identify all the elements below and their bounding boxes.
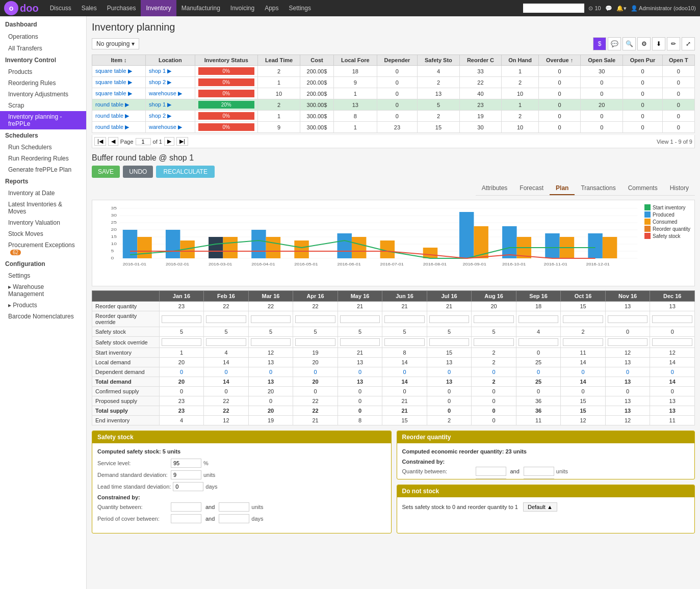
sidebar-item-products-inv[interactable]: Products	[0, 66, 86, 77]
nav-settings[interactable]: Settings	[284, 0, 316, 16]
col-lead[interactable]: Lead Time	[257, 55, 300, 66]
pager-first[interactable]: |◀	[94, 137, 106, 146]
toolbar-edit-btn[interactable]: ✏	[667, 37, 680, 50]
toolbar-search-btn[interactable]: 🔍	[623, 37, 636, 50]
location-cell[interactable]: shop 1 ▶	[146, 99, 195, 111]
location-cell[interactable]: shop 2 ▶	[146, 77, 195, 88]
pg-cell[interactable]	[204, 337, 249, 348]
period-from-input-reorder[interactable]	[476, 478, 506, 479]
pg-cell[interactable]	[561, 311, 606, 327]
tab-history[interactable]: History	[664, 182, 695, 195]
sidebar-item-warehouse-mgmt[interactable]: ▸ Warehouse Management	[0, 281, 86, 300]
pg-cell[interactable]	[293, 311, 338, 327]
pg-cell[interactable]	[159, 337, 204, 348]
recalculate-button[interactable]: RECALCULATE	[156, 166, 214, 178]
pg-cell[interactable]	[338, 311, 382, 327]
sidebar-schedulers[interactable]: Schedulers	[0, 129, 86, 142]
sidebar-item-run-reordering[interactable]: Run Reordering Rules	[0, 153, 86, 164]
toolbar-settings-btn[interactable]: ⚙	[637, 37, 651, 50]
nav-invoicing[interactable]: Invoicing	[225, 0, 260, 16]
location-cell[interactable]: warehouse ▶	[146, 88, 195, 99]
sidebar-item-settings[interactable]: Settings	[0, 270, 86, 281]
toolbar-expand-btn[interactable]: ⤢	[682, 37, 695, 50]
col-openpur[interactable]: Open Pur	[623, 55, 663, 66]
location-cell[interactable]: shop 2 ▶	[146, 111, 195, 122]
col-dep[interactable]: Depender	[377, 55, 417, 66]
sidebar-item-latest-inventories[interactable]: Latest Inventories & Moves	[0, 199, 86, 217]
pg-cell[interactable]	[248, 337, 293, 348]
tab-transactions[interactable]: Transactions	[575, 182, 621, 195]
lead-std-input[interactable]	[173, 482, 203, 491]
tab-comments[interactable]: Comments	[622, 182, 664, 195]
col-opent[interactable]: Open T	[662, 55, 694, 66]
col-item[interactable]: Item ↕	[92, 55, 146, 66]
pg-cell[interactable]	[561, 337, 606, 348]
sidebar-dashboard[interactable]: Dashboard	[0, 18, 86, 31]
sidebar-operations[interactable]: Operations	[0, 31, 86, 43]
pager-input[interactable]	[136, 138, 151, 145]
sidebar-reports[interactable]: Reports	[0, 175, 86, 188]
pg-cell[interactable]	[204, 311, 249, 327]
col-opensale[interactable]: Open Sale	[581, 55, 623, 66]
pg-cell[interactable]	[427, 337, 472, 348]
pg-cell[interactable]	[159, 311, 204, 327]
nav-inventory[interactable]: Inventory	[141, 0, 176, 16]
qty-to-input-reorder[interactable]	[524, 467, 554, 476]
pg-cell[interactable]	[293, 337, 338, 348]
toolbar-chat-btn[interactable]: 💬	[608, 37, 621, 50]
nav-manufacturing[interactable]: Manufacturing	[176, 0, 225, 16]
item-cell[interactable]: square table ▶	[92, 77, 146, 88]
undo-button[interactable]: UNDO	[123, 166, 153, 178]
toolbar-dollar-btn[interactable]: $	[593, 37, 606, 50]
col-cost[interactable]: Cost	[300, 55, 333, 66]
location-cell[interactable]: shop 1 ▶	[146, 66, 195, 77]
sidebar-item-scrap[interactable]: Scrap	[0, 100, 86, 111]
pg-cell[interactable]	[605, 311, 650, 327]
item-cell[interactable]: square table ▶	[92, 66, 146, 77]
tab-plan[interactable]: Plan	[550, 182, 575, 195]
sidebar-configuration[interactable]: Configuration	[0, 258, 86, 270]
nav-sales[interactable]: Sales	[76, 0, 102, 16]
col-location[interactable]: Location	[146, 55, 195, 66]
period-to-input-reorder[interactable]	[524, 478, 554, 479]
item-cell[interactable]: round table ▶	[92, 111, 146, 122]
pg-cell[interactable]	[605, 337, 650, 348]
col-local[interactable]: Local Fore	[333, 55, 377, 66]
service-level-input[interactable]	[171, 459, 201, 468]
item-cell[interactable]: round table ▶	[92, 122, 146, 133]
nav-chat-icon[interactable]: 💬	[605, 5, 612, 12]
sidebar-item-barcode[interactable]: Barcode Nomenclatures	[0, 311, 86, 322]
item-cell[interactable]: round table ▶	[92, 99, 146, 111]
pg-cell[interactable]	[382, 337, 427, 348]
toolbar-download-btn[interactable]: ⬇	[652, 37, 665, 50]
pg-cell[interactable]	[516, 311, 561, 327]
sidebar-item-stock-moves[interactable]: Stock Moves	[0, 228, 86, 239]
sidebar-item-procurement-exceptions[interactable]: Procurement Exceptions 62	[0, 239, 86, 258]
nav-apps[interactable]: Apps	[260, 0, 283, 16]
col-safety[interactable]: Safety Sto	[417, 55, 459, 66]
sidebar-inventory-control[interactable]: Inventory Control	[0, 54, 86, 66]
qty-from-input-safety[interactable]	[171, 502, 201, 512]
pg-cell[interactable]	[382, 311, 427, 327]
demand-std-input[interactable]	[171, 470, 201, 479]
location-cell[interactable]: warehouse ▶	[146, 122, 195, 133]
col-status[interactable]: Inventory Status	[195, 55, 257, 66]
pager-last[interactable]: ▶|	[176, 137, 188, 146]
pg-cell[interactable]	[248, 311, 293, 327]
sidebar-item-generate-plan[interactable]: Generate frePPLe Plan	[0, 164, 86, 175]
nav-discuss[interactable]: Discuss	[45, 0, 76, 16]
sidebar-item-products-config[interactable]: ▸ Products	[0, 300, 86, 311]
sidebar-item-run-schedulers[interactable]: Run Schedulers	[0, 142, 86, 153]
save-button[interactable]: SAVE	[92, 166, 120, 178]
qty-from-input-reorder[interactable]	[476, 467, 506, 476]
item-cell[interactable]: square table ▶	[92, 88, 146, 99]
global-search-input[interactable]	[523, 4, 584, 13]
pg-cell[interactable]	[338, 337, 382, 348]
col-onhand[interactable]: On Hand	[502, 55, 539, 66]
period-to-input-safety[interactable]	[219, 514, 249, 523]
sidebar-item-reordering-rules[interactable]: Reordering Rules	[0, 77, 86, 89]
pg-cell[interactable]	[472, 311, 516, 327]
grouping-select[interactable]: No grouping ▾	[92, 38, 139, 49]
sidebar-item-inventory-at-date[interactable]: Inventory at Date	[0, 188, 86, 199]
pg-cell[interactable]	[516, 337, 561, 348]
